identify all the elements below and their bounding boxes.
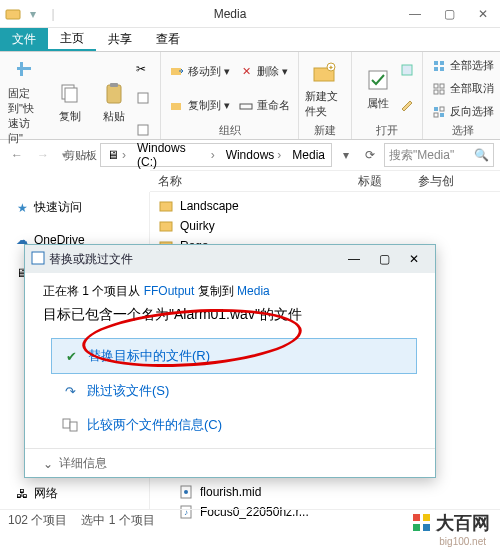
search-placeholder: 搜索"Media" — [389, 147, 454, 164]
quick-access-toolbar: ▾ | — [0, 5, 62, 23]
tab-view[interactable]: 查看 — [144, 28, 192, 51]
svg-rect-10 — [171, 103, 181, 110]
forward-button[interactable]: → — [32, 144, 54, 166]
crumb-p2[interactable]: Media — [292, 148, 325, 162]
props-button[interactable]: 属性 — [356, 54, 400, 123]
option-replace[interactable]: ✔ 替换目标中的文件(R) — [51, 338, 417, 374]
nav-network[interactable]: 🖧网络 — [0, 482, 150, 505]
addr-dropdown[interactable]: ▾ — [336, 148, 356, 162]
copy-button[interactable]: 复制 — [48, 54, 92, 148]
option-compare[interactable]: 比较两个文件的信息(C) — [51, 408, 417, 442]
paste-label: 粘贴 — [103, 109, 125, 124]
select-invert-icon — [431, 104, 447, 120]
window-controls: — ▢ ✕ — [398, 0, 500, 27]
window-title: Media — [62, 7, 398, 21]
svg-rect-8 — [138, 125, 148, 135]
dialog-options: ✔ 替换目标中的文件(R) ↷ 跳过该文件(S) 比较两个文件的信息(C) — [51, 338, 417, 442]
close-button[interactable]: ✕ — [466, 0, 500, 27]
svg-rect-4 — [65, 88, 77, 102]
organize-group-label: 组织 — [165, 123, 294, 139]
pc-icon: 🖥 — [107, 148, 119, 162]
source-link[interactable]: FFOutput — [144, 284, 195, 298]
svg-rect-29 — [160, 202, 172, 211]
newfolder-label: 新建文件夹 — [305, 89, 345, 119]
select-invert-button[interactable]: 反向选择 — [427, 103, 498, 121]
tab-file[interactable]: 文件 — [0, 28, 48, 51]
copypath-icon[interactable] — [136, 91, 156, 108]
recent-button[interactable]: ▾ — [58, 144, 70, 166]
tab-share[interactable]: 共享 — [96, 28, 144, 51]
moveto-icon — [169, 63, 185, 79]
dialog-close-button[interactable]: ✕ — [399, 252, 429, 266]
nav-quick[interactable]: ★快速访问 — [0, 196, 149, 219]
pin-label: 固定到"快速访问" — [6, 86, 46, 146]
title-bar: ▾ | Media — ▢ ✕ — [0, 0, 500, 28]
dest-link[interactable]: Media — [237, 284, 270, 298]
dialog-minimize-button[interactable]: — — [339, 252, 369, 266]
open-icon[interactable] — [400, 63, 418, 80]
breadcrumb[interactable]: 🖥› Windows (C:)› Windows› Media — [100, 143, 332, 167]
conflict-filename: Alarm01.wav — [174, 306, 255, 322]
svg-rect-37 — [63, 419, 70, 428]
minimize-button[interactable]: — — [398, 0, 432, 27]
svg-rect-22 — [440, 84, 444, 88]
open-group-label: 打开 — [356, 123, 418, 139]
dialog-more[interactable]: ⌄ 详细信息 — [25, 448, 435, 478]
cut-icon[interactable]: ✂ — [136, 62, 156, 76]
option-skip-label: 跳过该文件(S) — [87, 382, 169, 400]
svg-rect-6 — [110, 83, 118, 87]
folder-icon — [158, 218, 174, 234]
svg-point-33 — [184, 490, 188, 494]
dialog-body: 正在将 1 个项目从 FFOutput 复制到 Media 目标已包含一个名为"… — [25, 273, 435, 448]
logo-icon — [412, 513, 432, 533]
crumb-drive[interactable]: Windows (C:) — [137, 141, 208, 169]
dialog-maximize-button[interactable]: ▢ — [369, 252, 399, 266]
paste-button[interactable]: 粘贴 — [92, 54, 136, 148]
option-skip[interactable]: ↷ 跳过该文件(S) — [51, 374, 417, 408]
select-none-button[interactable]: 全部取消 — [427, 80, 498, 98]
svg-rect-38 — [70, 422, 77, 431]
newfolder-button[interactable]: ✦ 新建文件夹 — [303, 54, 347, 123]
search-input[interactable]: 搜索"Media" 🔍 — [384, 143, 494, 167]
col-title[interactable]: 标题 — [350, 173, 410, 190]
list-item[interactable]: Landscape — [150, 196, 500, 216]
replace-dialog: 替换或跳过文件 — ▢ ✕ 正在将 1 个项目从 FFOutput 复制到 Me… — [24, 244, 436, 478]
file-name: Quirky — [180, 219, 215, 233]
col-contrib[interactable]: 参与创 — [410, 173, 462, 190]
maximize-button[interactable]: ▢ — [432, 0, 466, 27]
delete-label: 删除 — [257, 64, 279, 79]
nav-network-label: 网络 — [34, 485, 58, 502]
svg-rect-25 — [434, 107, 438, 111]
list-item[interactable]: Quirky — [150, 216, 500, 236]
crumb-p1[interactable]: Windows — [226, 148, 275, 162]
checkbox-icon — [364, 66, 392, 94]
select-all-button[interactable]: 全部选择 — [427, 57, 498, 75]
svg-rect-21 — [434, 84, 438, 88]
skip-icon: ↷ — [61, 382, 79, 400]
rename-button[interactable]: 重命名 — [234, 97, 294, 115]
edit-icon[interactable] — [400, 97, 418, 114]
pin-button[interactable]: 固定到"快速访问" — [4, 54, 48, 148]
svg-rect-2 — [20, 62, 23, 76]
back-button[interactable]: ← — [6, 144, 28, 166]
moveto-button[interactable]: 移动到▾ — [165, 62, 234, 80]
svg-rect-24 — [440, 90, 444, 94]
copyto-label: 复制到 — [188, 98, 221, 113]
ribbon: 固定到"快速访问" 复制 粘贴 ✂ 剪贴板 移动到▾ 复制到▾ — [0, 52, 500, 140]
svg-rect-28 — [434, 113, 438, 117]
svg-rect-0 — [6, 10, 20, 19]
delete-button[interactable]: ✕删除▾ — [234, 62, 294, 80]
dropdown-icon[interactable]: ▾ — [24, 5, 42, 23]
svg-rect-36 — [32, 252, 44, 264]
search-icon: 🔍 — [474, 148, 489, 162]
refresh-button[interactable]: ⟳ — [360, 148, 380, 162]
copyto-button[interactable]: 复制到▾ — [165, 97, 234, 115]
up-button[interactable]: ↑ — [74, 144, 96, 166]
shortcut-icon[interactable] — [136, 123, 156, 140]
list-item[interactable]: flourish.mid — [170, 482, 317, 502]
file-name: Landscape — [180, 199, 239, 213]
tab-home[interactable]: 主页 — [48, 28, 96, 51]
network-icon: 🖧 — [14, 486, 30, 502]
ribbon-group-organize: 移动到▾ 复制到▾ ✕删除▾ 重命名 组织 — [161, 52, 299, 139]
col-name[interactable]: 名称 — [150, 173, 350, 190]
